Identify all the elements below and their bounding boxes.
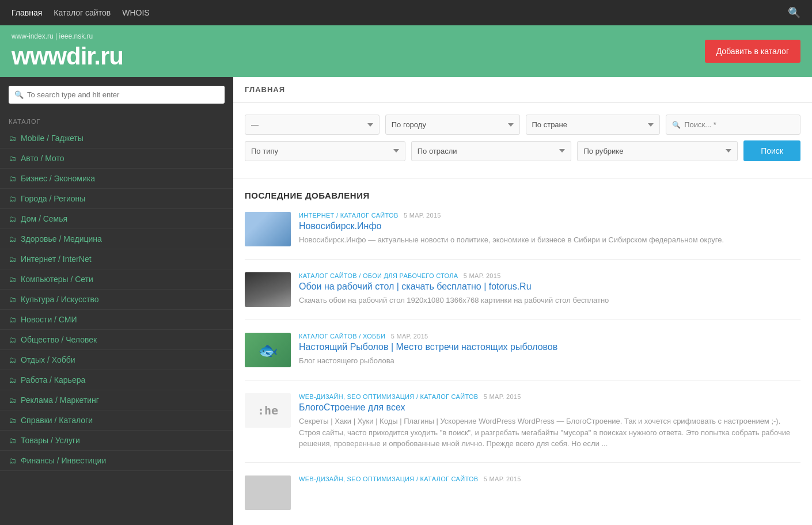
entry-thumbnail: :he xyxy=(245,393,291,428)
nav-catalog[interactable]: Каталог сайтов xyxy=(54,8,111,17)
sidebar-item-label: Общество / Человек xyxy=(21,335,97,344)
folder-icon: 🗂 xyxy=(9,336,16,344)
folder-icon: 🗂 xyxy=(9,154,16,163)
recent-section: ПОСЛЕДНИЕ ДОБАВЛЕНИЯ ИНТЕРНЕТ / КАТАЛОГ … xyxy=(233,179,812,525)
sidebar-item-obshchestvo[interactable]: 🗂 Общество / Человек xyxy=(0,330,233,350)
page-title-bar: ГЛАВНАЯ xyxy=(233,77,812,103)
sidebar-item-kultura[interactable]: 🗂 Культура / Искусство xyxy=(0,290,233,310)
nav-home[interactable]: Главная xyxy=(12,8,42,17)
entry-meta: WEB-ДИЗАЙН, SEO ОПТИМИЗАЦИЯ / КАТАЛОГ СА… xyxy=(299,393,800,400)
folder-icon: 🗂 xyxy=(9,356,16,364)
sidebar-item-novosti[interactable]: 🗂 Новости / СМИ xyxy=(0,310,233,330)
folder-icon: 🗂 xyxy=(9,295,16,304)
entry-meta: КАТАЛОГ САЙТОВ / ХОББИ 5 МАР. 2015 xyxy=(299,333,800,340)
top-nav: Главная Каталог сайтов WHOIS 🔍 xyxy=(0,0,812,25)
recent-title: ПОСЛЕДНИЕ ДОБАВЛЕНИЯ xyxy=(245,191,800,200)
sidebar-item-label: Города / Регионы xyxy=(21,194,85,203)
folder-icon: 🗂 xyxy=(9,235,16,244)
sidebar-search-icon: 🔍 xyxy=(14,90,24,99)
entry-meta: КАТАЛОГ САЙТОВ / ОБОИ ДЛЯ РАБОЧЕГО СТОЛА… xyxy=(299,272,800,279)
filter-select-rubric[interactable]: По рубрике xyxy=(577,141,738,161)
entry-title[interactable]: Новосибирск.Инфо xyxy=(299,221,800,231)
filter-select-dash[interactable]: — xyxy=(245,115,380,135)
filter-select-type[interactable]: По типу xyxy=(245,141,405,161)
filter-select-country[interactable]: По стране xyxy=(526,115,661,135)
folder-icon: 🗂 xyxy=(9,376,16,385)
sidebar-item-spravki[interactable]: 🗂 Справки / Каталоги xyxy=(0,410,233,431)
sidebar-search-input[interactable] xyxy=(27,90,219,99)
entry-thumbnail xyxy=(245,272,291,307)
folder-icon: 🗂 xyxy=(9,195,16,203)
sidebar-item-reklama[interactable]: 🗂 Реклама / Маркетинг xyxy=(0,390,233,410)
sidebar-item-label: Компьютеры / Сети xyxy=(21,275,93,284)
folder-icon: 🗂 xyxy=(9,396,16,405)
sidebar-item-label: Финансы / Инвестиции xyxy=(21,456,106,465)
filter-area: — По городу По стране 🔍 По типу По xyxy=(233,103,812,179)
entry-title[interactable]: Обои на рабочий стол | скачать бесплатно… xyxy=(299,281,800,292)
sidebar-item-label: Авто / Мото xyxy=(21,154,64,163)
sidebar-item-label: Работа / Карьера xyxy=(21,375,85,385)
entry-body: WEB-ДИЗАЙН, SEO ОПТИМИЗАЦИЯ / КАТАЛОГ СА… xyxy=(299,475,800,510)
partner-links: www-index.ru | ieee.nsk.ru xyxy=(12,32,123,40)
sidebar-item-mobile[interactable]: 🗂 Mobile / Гаджеты xyxy=(0,128,233,149)
sidebar-item-label: Дом / Семья xyxy=(21,214,67,223)
filter-row-2: По типу По отрасли По рубрике Поиск xyxy=(245,140,800,161)
sidebar-item-kompyutery[interactable]: 🗂 Компьютеры / Сети xyxy=(0,269,233,290)
sidebar-item-finansy[interactable]: 🗂 Финансы / Инвестиции xyxy=(0,451,233,471)
sidebar-item-label: Товары / Услуги xyxy=(21,436,80,445)
sidebar-item-avto[interactable]: 🗂 Авто / Мото xyxy=(0,149,233,169)
entry-item: 🐟 КАТАЛОГ САЙТОВ / ХОББИ 5 МАР. 2015 Нас… xyxy=(245,333,800,381)
sidebar: 🔍 КАТАЛОГ 🗂 Mobile / Гаджеты 🗂 Авто / Мо… xyxy=(0,77,233,525)
sidebar-item-label: Новости / СМИ xyxy=(21,315,77,324)
main-layout: 🔍 КАТАЛОГ 🗂 Mobile / Гаджеты 🗂 Авто / Мо… xyxy=(0,77,812,525)
sidebar-item-label: Бизнес / Экономика xyxy=(21,174,95,183)
folder-icon: 🗂 xyxy=(9,255,16,264)
entry-item: WEB-ДИЗАЙН, SEO ОПТИМИЗАЦИЯ / КАТАЛОГ СА… xyxy=(245,475,800,523)
add-to-catalog-button[interactable]: Добавить в каталог xyxy=(705,40,800,63)
entry-body: ИНТЕРНЕТ / КАТАЛОГ САЙТОВ 5 МАР. 2015 Но… xyxy=(299,212,800,246)
entry-thumbnail xyxy=(245,212,291,246)
filter-search-input[interactable] xyxy=(684,115,794,134)
sidebar-item-internet[interactable]: 🗂 Интернет / InterNet xyxy=(0,249,233,269)
top-nav-links: Главная Каталог сайтов WHOIS xyxy=(12,8,150,17)
filter-search-icon: 🔍 xyxy=(672,121,681,129)
entry-title[interactable]: БлогоСтроение для всех xyxy=(299,402,800,413)
sidebar-item-dom[interactable]: 🗂 Дом / Семья xyxy=(0,209,233,229)
entry-body: КАТАЛОГ САЙТОВ / ХОББИ 5 МАР. 2015 Насто… xyxy=(299,333,800,367)
entry-body: WEB-ДИЗАЙН, SEO ОПТИМИЗАЦИЯ / КАТАЛОГ СА… xyxy=(299,393,800,450)
sidebar-item-tovary[interactable]: 🗂 Товары / Услуги xyxy=(0,431,233,451)
site-header: www-index.ru | ieee.nsk.ru wwwdir.ru Доб… xyxy=(0,25,812,77)
entry-body: КАТАЛОГ САЙТОВ / ОБОИ ДЛЯ РАБОЧЕГО СТОЛА… xyxy=(299,272,800,307)
sidebar-item-label: Интернет / InterNet xyxy=(21,254,92,264)
content-area: ГЛАВНАЯ — По городу По стране 🔍 xyxy=(233,77,812,525)
sidebar-item-otdykh[interactable]: 🗂 Отдых / Хобби xyxy=(0,350,233,370)
folder-icon: 🗂 xyxy=(9,456,16,465)
filter-search-wrap: 🔍 xyxy=(666,115,800,135)
search-button[interactable]: Поиск xyxy=(743,140,800,161)
sidebar-item-zdorovye[interactable]: 🗂 Здоровье / Медицина xyxy=(0,229,233,249)
folder-icon: 🗂 xyxy=(9,134,16,143)
nav-whois[interactable]: WHOIS xyxy=(122,8,149,17)
entry-meta: ИНТЕРНЕТ / КАТАЛОГ САЙТОВ 5 МАР. 2015 xyxy=(299,212,800,219)
sidebar-item-rabota[interactable]: 🗂 Работа / Карьера xyxy=(0,370,233,390)
sidebar-item-label: Здоровье / Медицина xyxy=(21,234,102,244)
folder-icon: 🗂 xyxy=(9,416,16,425)
entry-item: КАТАЛОГ САЙТОВ / ОБОИ ДЛЯ РАБОЧЕГО СТОЛА… xyxy=(245,272,800,320)
entry-desc: Блог настоящего рыболова xyxy=(299,355,800,367)
sidebar-item-biznes[interactable]: 🗂 Бизнес / Экономика xyxy=(0,169,233,189)
entry-thumbnail xyxy=(245,475,291,510)
entry-desc: Новосибирск.Инфо — актуальные новости о … xyxy=(299,234,800,246)
top-search-icon[interactable]: 🔍 xyxy=(788,6,800,19)
folder-icon: 🗂 xyxy=(9,215,16,223)
entry-desc: Скачать обои на рабочий стол 1920х1080 1… xyxy=(299,295,800,306)
header-left: www-index.ru | ieee.nsk.ru wwwdir.ru xyxy=(12,32,123,70)
folder-icon: 🗂 xyxy=(9,436,16,445)
filter-select-city[interactable]: По городу xyxy=(385,115,520,135)
sidebar-search-wrap: 🔍 xyxy=(0,86,233,112)
filter-select-industry[interactable]: По отрасли xyxy=(411,141,572,161)
sidebar-item-goroda[interactable]: 🗂 Города / Регионы xyxy=(0,189,233,209)
sidebar-item-label: Справки / Каталоги xyxy=(21,416,93,425)
entry-title[interactable]: Настоящий Рыболов | Место встречи настоя… xyxy=(299,342,800,352)
folder-icon: 🗂 xyxy=(9,315,16,324)
sidebar-item-label: Отдых / Хобби xyxy=(21,355,75,364)
